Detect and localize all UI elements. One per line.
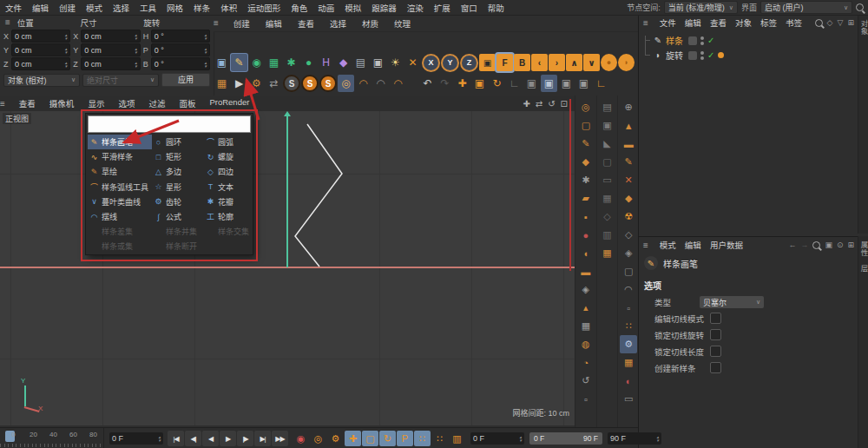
- transport-button[interactable]: ▶▶: [272, 431, 288, 446]
- toolbar-icon[interactable]: ●: [300, 54, 317, 71]
- enable-toggle[interactable]: [688, 36, 697, 45]
- menubar-item[interactable]: 动画: [312, 2, 339, 14]
- rotation-input[interactable]: 0 °▴▾: [151, 30, 210, 43]
- type-dropdown[interactable]: 贝塞尔∨: [700, 296, 764, 308]
- tool-icon[interactable]: ◈: [577, 280, 595, 299]
- popup-menu-item[interactable]: △ 多边: [152, 164, 204, 179]
- tool-icon[interactable]: ◈: [620, 244, 637, 262]
- viewport-nav-icon[interactable]: ⇄: [536, 99, 542, 109]
- keyframe-record-icon[interactable]: ◎: [310, 431, 326, 446]
- toolbar-icon[interactable]: ▶: [231, 75, 247, 92]
- coordinates-tab[interactable]: 旋转: [143, 16, 207, 29]
- transport-button[interactable]: ▶|: [254, 431, 271, 446]
- viewport-menu-item[interactable]: 选项: [111, 97, 141, 109]
- toolbar-icon[interactable]: ∟: [506, 75, 523, 92]
- tool-icon[interactable]: ◍: [577, 335, 595, 353]
- rotation-input[interactable]: 0 °▴▾: [151, 43, 210, 56]
- menubar-item[interactable]: 文件: [0, 2, 27, 14]
- tool-icon[interactable]: ▦: [577, 317, 595, 335]
- toolbar-icon[interactable]: ◠: [390, 75, 406, 92]
- toolbar-icon[interactable]: ▣: [370, 54, 386, 71]
- menubar-item[interactable]: 渲染: [402, 2, 429, 14]
- timeline-ruler[interactable]: 020406080: [0, 428, 104, 448]
- popup-menu-item[interactable]: ⚙ 齿轮: [152, 194, 204, 209]
- tool-icon[interactable]: ◇: [620, 226, 637, 244]
- object-name[interactable]: 旋转: [666, 49, 683, 62]
- tab-layers[interactable]: 层: [858, 260, 868, 276]
- tool-icon[interactable]: ▰: [577, 189, 595, 208]
- stepper-icon[interactable]: ▴▾: [519, 435, 522, 442]
- keyframe-record-icon[interactable]: ▢: [362, 431, 378, 446]
- coordinate-input[interactable]: 0 cm▴▾: [11, 30, 70, 43]
- tool-icon[interactable]: ▭: [620, 390, 637, 408]
- checkbox[interactable]: [710, 313, 721, 324]
- toolbar-icon[interactable]: ◠: [372, 75, 389, 92]
- tool-icon[interactable]: ◣: [599, 135, 616, 153]
- panel-icon[interactable]: ⊞: [847, 240, 854, 249]
- tool-icon[interactable]: ▪: [577, 208, 595, 226]
- toolbar-icon[interactable]: ↻: [489, 75, 505, 92]
- toolbar-icon[interactable]: ▣: [541, 75, 557, 92]
- popup-menu-item[interactable]: ☆ 星形: [152, 180, 204, 194]
- create-menu-item[interactable]: 编辑: [258, 17, 290, 30]
- end-frame-field[interactable]: 90 F▴▾: [608, 432, 661, 445]
- toolbar-icon[interactable]: S: [283, 75, 300, 92]
- stepper-icon[interactable]: ▴▾: [158, 435, 161, 442]
- tool-icon[interactable]: ▢: [577, 116, 595, 135]
- tool-icon[interactable]: ☢: [620, 208, 637, 226]
- stepper-icon[interactable]: ▴▾: [135, 33, 137, 40]
- stepper-icon[interactable]: ▴▾: [65, 47, 68, 54]
- menubar-item[interactable]: 创建: [54, 2, 81, 14]
- toolbar-icon[interactable]: ▣: [471, 75, 488, 92]
- toolbar-icon[interactable]: ▣: [214, 54, 230, 71]
- attribute-menu-item[interactable]: 模式: [655, 239, 681, 251]
- toolbar-icon[interactable]: ✎: [231, 54, 247, 71]
- interface-dropdown[interactable]: 启动 (用户)∨: [760, 1, 852, 14]
- create-menu-item[interactable]: 查看: [290, 17, 322, 30]
- tool-icon[interactable]: ▥: [599, 226, 616, 244]
- tool-icon[interactable]: ▭: [599, 171, 616, 189]
- checkbox[interactable]: [710, 329, 721, 340]
- toolbar-icon[interactable]: ✱: [283, 54, 299, 71]
- tool-icon[interactable]: ◆: [577, 153, 595, 171]
- toolbar-icon[interactable]: ›: [549, 54, 565, 71]
- popup-search-input[interactable]: [88, 115, 251, 133]
- tool-icon[interactable]: ▢: [620, 262, 637, 280]
- stepper-icon[interactable]: ▴▾: [656, 435, 659, 442]
- transport-button[interactable]: |▶: [237, 431, 253, 446]
- toolbar-icon[interactable]: ∟: [593, 75, 609, 92]
- menubar-item[interactable]: 运动图形: [242, 2, 286, 14]
- enabled-check-icon[interactable]: ✓: [707, 36, 714, 45]
- tool-icon[interactable]: ✕: [620, 171, 637, 189]
- toolbar-icon[interactable]: Z: [460, 54, 478, 72]
- lock-icon[interactable]: ▣: [825, 240, 832, 249]
- keyframe-record-icon[interactable]: ∷: [414, 431, 431, 446]
- tool-icon[interactable]: ▴: [577, 299, 595, 317]
- tool-icon[interactable]: ◔: [577, 353, 595, 372]
- toolbar-icon[interactable]: S: [319, 75, 337, 92]
- attribute-menu-item[interactable]: 用户数据: [706, 239, 747, 251]
- keyframe-record-icon[interactable]: P: [397, 431, 413, 446]
- create-menu-item[interactable]: 选择: [322, 17, 354, 30]
- popup-menu-item[interactable]: ✱ 花瓣: [204, 194, 251, 209]
- tool-icon[interactable]: ▲: [620, 116, 637, 135]
- tool-icon[interactable]: ✱: [577, 171, 595, 189]
- toolbar-icon[interactable]: ●: [601, 54, 617, 71]
- coordinates-tab[interactable]: 尺寸: [80, 16, 143, 29]
- tool-icon[interactable]: ▬: [577, 262, 595, 280]
- popup-menu-item[interactable]: ⌒ 样条弧线工具: [88, 180, 152, 194]
- node-space-dropdown[interactable]: 当前 (标准/物理)∨: [664, 1, 738, 14]
- target-icon[interactable]: ⊙: [837, 240, 844, 249]
- tool-icon[interactable]: ▫: [577, 390, 595, 408]
- tool-icon[interactable]: ◆: [620, 189, 637, 208]
- tool-icon[interactable]: ◖: [577, 244, 595, 262]
- object-manager-menu-item[interactable]: 编辑: [681, 16, 706, 29]
- toolbar-icon[interactable]: ▣: [479, 54, 496, 71]
- menubar-item[interactable]: 编辑: [27, 2, 54, 14]
- toolbar-icon[interactable]: ▣: [523, 75, 540, 92]
- tool-icon[interactable]: ◇: [599, 208, 616, 226]
- hamburger-menu-icon[interactable]: ≡: [0, 99, 5, 109]
- toolbar-icon[interactable]: ‹: [531, 54, 548, 71]
- hamburger-menu-icon[interactable]: ≡: [643, 18, 648, 28]
- keyframe-record-icon[interactable]: ⚙: [327, 431, 344, 446]
